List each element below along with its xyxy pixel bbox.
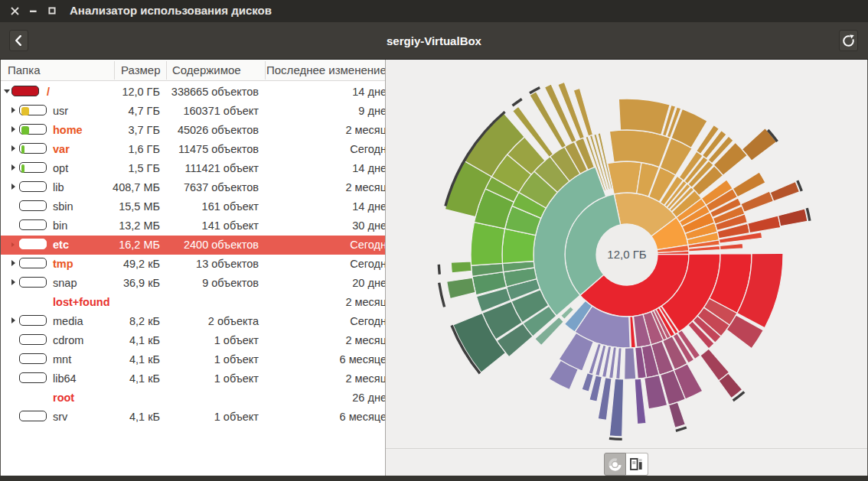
svg-text:12,0 ГБ: 12,0 ГБ bbox=[607, 248, 646, 261]
